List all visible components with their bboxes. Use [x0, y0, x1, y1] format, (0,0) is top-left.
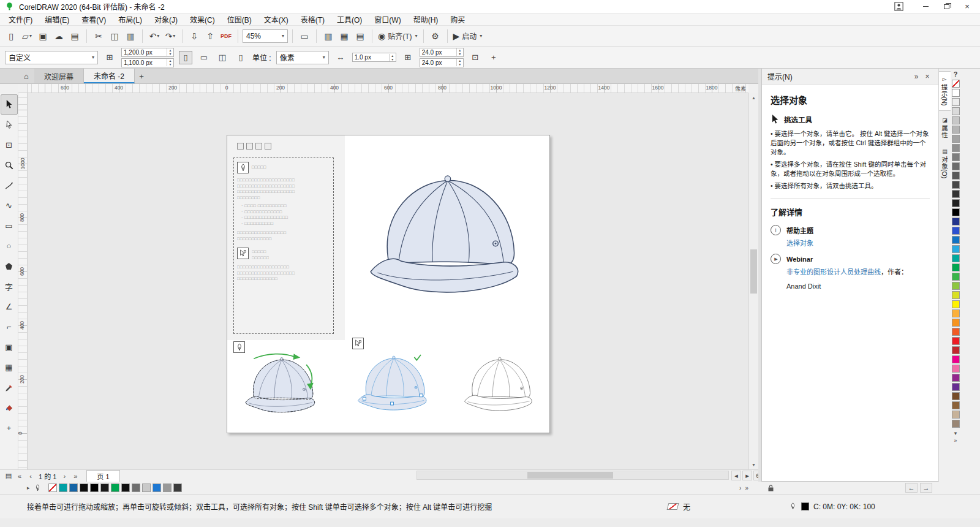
color-swatch[interactable] — [90, 483, 99, 492]
color-swatch[interactable] — [173, 483, 182, 492]
color-swatch[interactable] — [952, 80, 960, 88]
dimension-tool[interactable]: ∠ — [1, 297, 18, 317]
pick-tool[interactable] — [1, 94, 18, 115]
color-swatch[interactable] — [80, 483, 88, 492]
step-down-icon[interactable]: ▾ — [457, 63, 463, 66]
webinar-link[interactable]: 非专业的图形设计人员处理曲线 — [786, 268, 881, 276]
horizontal-scroll-thumb[interactable] — [527, 472, 613, 479]
v-ruler[interactable]: 10008006004002000200 — [18, 93, 28, 469]
color-swatch[interactable] — [952, 319, 960, 327]
cloud-button[interactable]: ☁ — [51, 28, 66, 44]
color-swatch[interactable] — [952, 144, 960, 152]
previous-page-button[interactable]: ‹ — [26, 471, 36, 481]
duplicate-x-field[interactable]: 24.0 px ▴▾ — [420, 48, 464, 57]
rectangle-tool[interactable]: ▭ — [1, 216, 18, 236]
open-button[interactable]: ▱▾ — [20, 28, 34, 44]
menu-item[interactable]: 效果(C) — [184, 13, 221, 26]
color-swatch[interactable] — [952, 392, 960, 400]
text-tool[interactable]: 字 — [1, 276, 18, 297]
scroll-left-button[interactable]: ◂ — [731, 471, 741, 480]
stepper-arrows[interactable]: ▴▾ — [456, 48, 463, 56]
color-swatch[interactable] — [111, 483, 119, 492]
stepper-arrows[interactable]: ▴▾ — [456, 59, 463, 66]
zoom-level-select[interactable]: 45% ▾ — [243, 29, 288, 43]
color-swatch[interactable] — [132, 483, 140, 492]
color-swatch[interactable] — [952, 181, 960, 189]
step-down-icon[interactable]: ▾ — [457, 52, 463, 56]
undo-button[interactable]: ↶▾ — [147, 28, 162, 44]
color-swatch[interactable] — [952, 355, 960, 363]
color-swatch[interactable] — [952, 208, 960, 216]
cap-step1-image[interactable] — [235, 350, 328, 422]
menu-item[interactable]: 编辑(E) — [39, 13, 75, 26]
color-swatch[interactable] — [952, 245, 960, 253]
docker-tab-objects[interactable]: ▤ 对象(O) — [939, 144, 951, 183]
all-pages-button[interactable]: ◫ — [216, 51, 229, 64]
show-rulers-button[interactable]: ▥ — [321, 28, 336, 44]
color-swatch[interactable] — [952, 411, 960, 419]
palette-flyout-icon[interactable]: » — [954, 438, 957, 444]
page-height-field[interactable]: 1,100.0 px ▴▾ — [121, 58, 174, 67]
cap-step3-image[interactable] — [454, 350, 545, 420]
propbar-overflow-button[interactable]: + — [487, 51, 500, 64]
palette-expand-icon[interactable]: ▸ — [27, 485, 30, 491]
color-swatch[interactable] — [952, 153, 960, 161]
color-swatch[interactable] — [952, 374, 960, 382]
scroll-right-button[interactable]: ▸ — [742, 471, 752, 480]
page-preset-select[interactable]: 自定义 ▾ — [5, 51, 98, 64]
color-swatch[interactable] — [952, 162, 960, 170]
import-button[interactable]: ⇩ — [187, 28, 202, 44]
page-list-button[interactable]: ▤ — [4, 471, 13, 481]
current-page-button[interactable]: ▯ — [234, 51, 247, 64]
color-swatch[interactable] — [48, 483, 57, 492]
color-swatch[interactable] — [142, 483, 151, 492]
interactive-fill-tool[interactable] — [1, 398, 18, 418]
color-swatch[interactable] — [153, 483, 161, 492]
palette-right-button[interactable]: → — [920, 483, 932, 493]
cap-main-image[interactable] — [347, 154, 546, 319]
launch-dropdown[interactable]: ▶ 启动 ▾ — [452, 28, 484, 44]
step-down-icon[interactable]: ▾ — [167, 52, 173, 56]
help-topic-link[interactable]: 选择对象 — [786, 238, 930, 248]
save-button[interactable]: ▣ — [36, 28, 50, 44]
show-grid-button[interactable]: ▦ — [337, 28, 352, 44]
menu-item[interactable]: 查看(V) — [75, 13, 112, 26]
palette-flyout-icon[interactable]: » — [745, 485, 748, 491]
color-swatch[interactable] — [100, 483, 109, 492]
cap-step2-image[interactable] — [347, 349, 439, 420]
units-select[interactable]: 像素 ▾ — [276, 51, 329, 64]
color-swatch[interactable] — [952, 254, 960, 262]
color-swatch[interactable] — [952, 365, 960, 373]
landscape-button[interactable]: ▭ — [197, 51, 211, 64]
scroll-down-button[interactable]: ▼ — [749, 460, 758, 469]
drop-shadow-tool[interactable]: ▣ — [1, 337, 18, 357]
account-button[interactable] — [891, 1, 907, 13]
step-down-icon[interactable]: ▾ — [390, 58, 396, 61]
color-swatch[interactable] — [952, 346, 960, 354]
nudge-distance-field[interactable]: 1.0 px ▴▾ — [352, 53, 396, 62]
redo-button[interactable]: ↷▾ — [163, 28, 178, 44]
zoom-tool[interactable] — [1, 155, 18, 175]
duplicate-y-field[interactable]: 24.0 px ▴▾ — [420, 58, 464, 67]
freehand-tool[interactable] — [1, 175, 18, 195]
color-swatch[interactable] — [121, 483, 130, 492]
menu-item[interactable]: 对象(J) — [148, 13, 184, 26]
first-page-button[interactable]: « — [15, 471, 24, 481]
palette-left-button[interactable]: ← — [905, 483, 918, 493]
lock-icon[interactable] — [767, 484, 775, 492]
vertical-scroll-thumb[interactable] — [750, 249, 757, 294]
tab-welcome-screen[interactable]: 欢迎屏幕 — [34, 69, 84, 83]
color-swatch[interactable] — [952, 199, 960, 207]
color-swatch[interactable] — [952, 236, 960, 244]
color-swatch[interactable] — [952, 337, 960, 345]
minimize-button[interactable] — [915, 0, 936, 13]
new-document-button[interactable]: ▯ — [4, 28, 18, 44]
color-swatch[interactable] — [952, 135, 960, 143]
color-swatch[interactable] — [952, 328, 960, 336]
canvas[interactable]: □□□□□ □□□□□□□□□□□□□□□□□□□□□□□□□□□□□□□□□□… — [28, 93, 748, 469]
menu-item[interactable]: 文件(F) — [2, 13, 39, 26]
add-tool-button[interactable]: + — [1, 418, 18, 438]
artistic-media-tool[interactable]: ∿ — [1, 195, 18, 216]
shape-tool[interactable] — [1, 115, 18, 135]
color-swatch[interactable] — [952, 107, 960, 115]
